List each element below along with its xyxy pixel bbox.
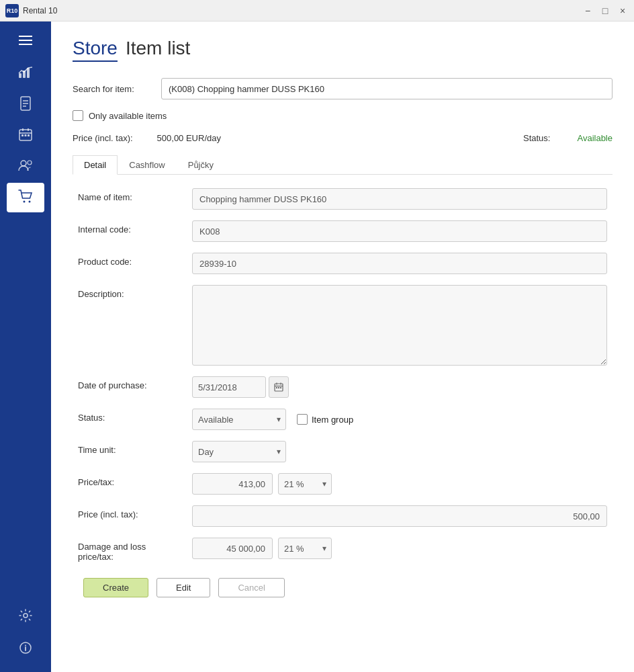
title-bar: R10 Rental 10 − □ × [0,0,634,22]
name-of-item-input[interactable] [192,188,607,210]
form-section: Name of item: Internal code: Product cod… [73,188,613,597]
svg-rect-27 [278,387,279,388]
tax-select-wrap: 21 % 15 % 0 % [278,473,332,495]
tab-detail[interactable]: Detail [73,155,118,175]
svg-rect-0 [19,73,21,78]
item-group-wrap: Item group [297,414,353,425]
damage-loss-tax-select[interactable]: 21 % 15 % 0 % [278,538,332,559]
price-tax-input[interactable] [192,473,273,495]
search-label: Search for item: [73,84,153,94]
status-form-label: Status: [78,409,192,423]
users-icon [18,159,33,175]
sidebar-item-dashboard[interactable] [7,59,44,89]
sidebar-item-calendar[interactable] [7,121,44,151]
edit-button[interactable]: Edit [156,578,210,597]
main-content: Store Item list Search for item: Only av… [51,22,634,672]
cart-icon [18,190,33,206]
sidebar-item-settings[interactable] [7,602,44,632]
product-code-label: Product code: [78,253,192,267]
internal-code-input[interactable] [192,220,607,242]
time-unit-row: Time unit: Day Hour Week Month [78,441,607,462]
only-available-row: Only available items [73,110,613,121]
product-code-row: Product code: [78,253,607,274]
only-available-checkbox[interactable] [73,110,83,121]
cancel-button[interactable]: Cancel [218,578,284,597]
info-icon [19,642,32,657]
minimize-button[interactable]: − [582,5,594,17]
status-select[interactable]: Available Rented Service Unavailable [192,409,286,430]
svg-rect-13 [28,134,30,136]
price-tax-label: Price/tax: [78,473,192,487]
header-status-value: Available [577,133,613,143]
svg-point-14 [21,161,26,166]
status-select-wrap: Available Rented Service Unavailable [192,409,286,430]
tabs-bar: Detail Cashflow Půjčky [73,155,613,175]
description-textarea[interactable] [192,285,607,366]
calendar-button[interactable] [269,376,289,398]
svg-rect-12 [25,134,27,136]
price-tax-row: Price/tax: 21 % 15 % 0 % [78,473,607,495]
header-status-label: Status: [523,133,550,143]
damage-loss-input[interactable] [192,538,273,559]
price-label: Price (incl. tax): [73,133,133,143]
hamburger-line [19,44,32,45]
app-body: Store Item list Search for item: Only av… [0,22,634,672]
date-of-purchase-label: Date of purchase: [78,376,192,390]
sidebar-item-store[interactable] [7,183,44,212]
damage-loss-tax-select-wrap: 21 % 15 % 0 % [278,538,332,559]
maximize-button[interactable]: □ [599,5,611,17]
app-window: R10 Rental 10 − □ × [0,0,634,672]
name-of-item-row: Name of item: [78,188,607,210]
item-group-checkbox[interactable] [297,414,308,425]
hamburger-line [19,40,32,41]
buttons-row: Create Edit Cancel [78,578,607,597]
svg-rect-28 [280,387,281,388]
internal-code-label: Internal code: [78,220,192,235]
tab-loans[interactable]: Půjčky [177,155,225,175]
calendar-icon [19,128,32,144]
breadcrumb-store[interactable]: Store [73,38,118,62]
svg-point-15 [28,161,32,165]
svg-rect-26 [276,387,277,388]
price-incl-tax-label: Price (incl. tax): [78,505,192,519]
item-group-label: Item group [312,415,353,425]
sidebar-item-users[interactable] [7,152,44,181]
svg-rect-11 [21,134,24,136]
sidebar [0,22,51,672]
time-unit-label: Time unit: [78,441,192,455]
only-available-label: Only available items [89,111,167,121]
sidebar-item-documents[interactable] [7,90,44,120]
price-tax-wrap: 21 % 15 % 0 % [192,473,607,495]
date-of-purchase-row: Date of purchase: [78,376,607,398]
internal-code-row: Internal code: [78,220,607,242]
hamburger-line [19,36,32,37]
product-code-input[interactable] [192,253,607,274]
description-label: Description: [78,285,192,299]
sidebar-item-info[interactable] [7,634,44,664]
price-incl-tax-row: Price (incl. tax): [78,505,607,527]
damage-loss-label: Damage and loss price/tax: [78,538,192,562]
document-icon [19,96,32,114]
close-button[interactable]: × [617,5,629,17]
title-bar-title: Rental 10 [23,6,582,15]
svg-point-21 [25,644,26,646]
tax-rate-select[interactable]: 21 % 15 % 0 % [278,473,332,495]
app-logo: R10 [5,4,19,17]
damage-loss-row: Damage and loss price/tax: 21 % 15 % 0 % [78,538,607,562]
time-unit-select-wrap: Day Hour Week Month [192,441,286,462]
description-row: Description: [78,285,607,366]
svg-point-17 [29,200,31,202]
damage-loss-wrap: 21 % 15 % 0 % [192,538,607,559]
breadcrumb-item-list: Item list [126,38,190,59]
price-incl-tax-input[interactable] [192,505,607,527]
search-input[interactable] [161,78,613,99]
sidebar-hamburger[interactable] [12,27,39,54]
page-header: Store Item list [73,38,613,62]
tab-cashflow[interactable]: Cashflow [118,155,176,175]
time-unit-select[interactable]: Day Hour Week Month [192,441,286,462]
search-row: Search for item: [73,78,613,99]
date-field-wrap [192,376,289,398]
create-button[interactable]: Create [83,578,148,597]
date-of-purchase-input[interactable] [192,376,266,398]
name-of-item-label: Name of item: [78,188,192,202]
